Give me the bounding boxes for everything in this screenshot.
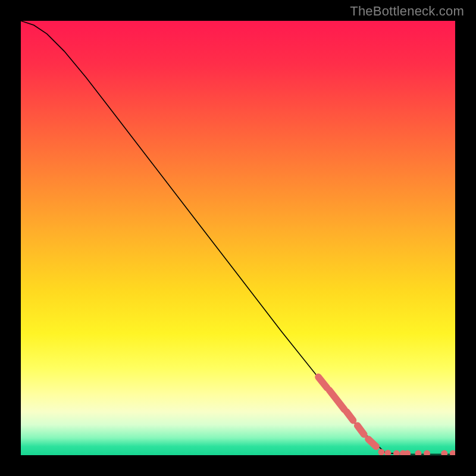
watermark-text: TheBottleneck.com [350,4,464,19]
highlighted-dots [378,449,455,455]
curve-marker-segment [358,425,364,434]
curve-marker-segment [329,390,345,410]
curve-marker-dot [415,450,421,455]
curve-marker-dot [450,450,455,455]
curve-marker-segment [347,412,353,421]
curve-marker-segment [368,439,376,446]
curve-marker-dot [393,450,400,455]
chart-svg [21,21,455,455]
highlighted-segments [318,377,376,447]
curve-marker-dot [424,450,430,455]
curve-marker-dot [384,450,391,455]
curve-marker-dot [441,450,447,455]
curve-marker-segment [318,377,327,388]
chart-plot-area [21,21,455,455]
curve-marker-dot [378,449,384,455]
bottleneck-curve [21,21,455,455]
